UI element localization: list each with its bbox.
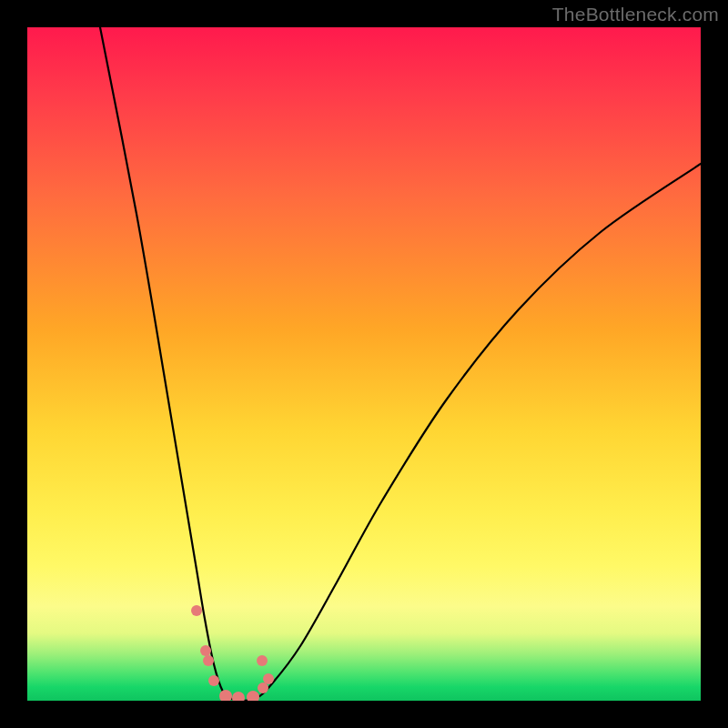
curve-markers [191,605,274,701]
curve-marker [191,605,202,616]
watermark-text: TheBottleneck.com [552,4,719,25]
curve-marker [203,655,214,666]
curve-marker [232,692,245,701]
curve-marker [219,690,232,701]
curve-marker [257,655,268,666]
curve-marker [200,645,211,656]
curve-marker [258,682,268,693]
chart-plot-area [27,27,701,701]
bottleneck-curve-svg [27,27,701,701]
curve-path [100,27,701,701]
curve-marker [208,675,219,686]
curve-marker [263,673,274,684]
curve-marker [247,691,259,701]
